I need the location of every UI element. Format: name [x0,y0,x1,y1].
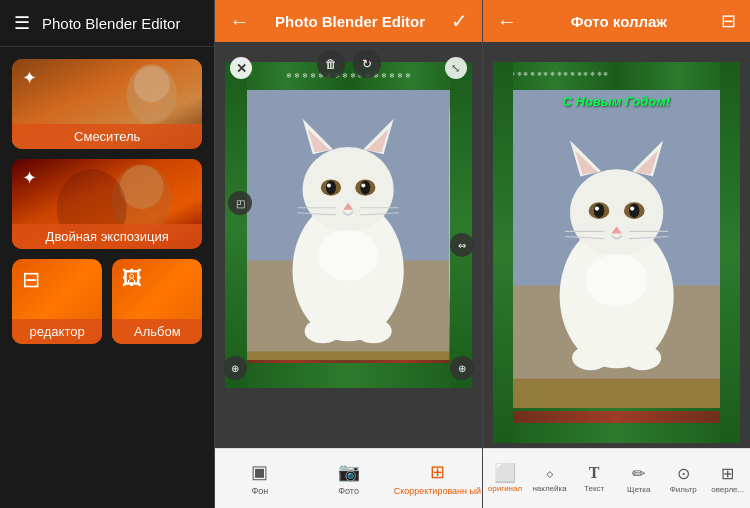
original-icon: ⬜ [496,464,514,482]
tool-brush[interactable]: ✏ Щетка [616,464,661,494]
nakladka-icon: ⬦ [545,464,555,482]
menu-card-editor[interactable]: ⊟ редактор [12,259,102,344]
original-label: оригинал [488,484,522,493]
frame-left [225,62,247,388]
photo-icon: 📷 [338,461,360,483]
mixer-icon: ✦ [22,67,37,89]
double-icon: ✦ [22,167,37,189]
editor-icon: ⊟ [22,267,40,293]
right-panel: ← Фото коллаж ⊟ ❄ ❄ ❄ ❄ ❄ ❄ ❄ ❄ ❄ ❄ ❄ ❄ … [483,0,750,508]
middle-header: ← Photo Blender Editor ✓ [215,0,481,42]
svg-point-40 [594,203,604,218]
tool-fon[interactable]: ▣ Фон [215,461,304,496]
svg-point-5 [120,165,164,209]
right-back-button[interactable]: ← [497,10,517,33]
resize-corner-btn[interactable]: ⤡ [445,57,467,79]
album-label: Альбом [112,319,202,344]
cat-svg [247,90,449,360]
middle-back-button[interactable]: ← [229,10,249,33]
svg-rect-29 [247,351,449,360]
tool-filter[interactable]: ⊙ Фильтр [661,464,706,494]
svg-point-16 [356,179,376,195]
svg-point-9 [293,200,404,342]
zoom-out-btn[interactable]: ⊕ [450,356,474,380]
cat-photo-area [247,90,449,360]
middle-header-title: Photo Blender Editor [275,13,425,30]
svg-marker-11 [303,119,333,154]
svg-point-33 [570,169,663,256]
svg-point-2 [134,66,170,102]
right-frame-bottom [493,408,740,443]
overlay-icon: ⊞ [721,464,734,483]
zoom-btn[interactable]: ⊕ [223,356,247,380]
right-frame-right [720,62,740,443]
tool-photo[interactable]: 📷 Фото [304,461,393,496]
svg-marker-21 [344,203,354,210]
svg-point-20 [362,184,366,188]
svg-point-18 [361,180,371,194]
filter-label: Фильтр [670,485,697,494]
tool-corrected[interactable]: ⊞ Скорректированн ый [393,461,482,496]
filter-icon: ⊙ [677,464,690,483]
right-berries [503,411,730,423]
close-corner-btn[interactable]: ✕ [230,57,252,79]
right-cat-svg [513,90,720,408]
brush-label: Щетка [627,485,650,494]
svg-rect-52 [513,379,720,408]
menu-card-double[interactable]: ✦ Двойная экспозиция [12,159,202,249]
tool-nakladka[interactable]: ⬦ наклейка [527,464,572,493]
menu-card-album[interactable]: 🖼 Альбом [112,259,202,344]
right-header-title: Фото коллаж [571,13,667,30]
svg-point-28 [356,319,392,343]
right-canvas: ❄ ❄ ❄ ❄ ❄ ❄ ❄ ❄ ❄ ❄ ❄ ❄ ❄ ❄ ❄ ❄ ❄ [483,42,750,448]
svg-point-17 [326,180,336,194]
bottom-cards: ⊟ редактор 🖼 Альбом [12,259,202,344]
svg-point-27 [305,319,341,343]
left-header: ☰ Photo Blender Editor [0,0,214,47]
tool-original[interactable]: ⬜ оригинал [483,464,528,493]
tool-text[interactable]: T Текст [572,464,617,493]
rotate-float-btn[interactable]: ↻ [353,50,381,78]
double-label: Двойная экспозиция [12,224,202,249]
svg-point-51 [624,345,661,370]
right-menu-icon[interactable]: ⊟ [721,10,736,32]
right-frame-top: ❄ ❄ ❄ ❄ ❄ ❄ ❄ ❄ ❄ ❄ ❄ ❄ ❄ ❄ ❄ ❄ ❄ [493,62,740,90]
svg-rect-8 [247,90,449,260]
frame-inner: ❄ ❄ ❄ ❄ ❄ ❄ ❄ ❄ ❄ ❄ ❄ ❄ ❄ ❄ ❄ ❄ [225,62,471,388]
overlay-label: оверле... [711,485,744,494]
new-year-text: С Новым Годом! [515,94,718,109]
corrected-label: Скорректированн ый [394,486,481,496]
svg-point-10 [303,147,394,232]
right-frame-left [493,62,513,443]
svg-point-26 [318,230,379,281]
red-berries [240,343,456,363]
middle-check-button[interactable]: ✓ [451,9,468,33]
svg-point-15 [321,179,341,195]
middle-panel: ← Photo Blender Editor ✓ 🗑 ↻ ✕ ⤡ ❄ ❄ ❄ ❄… [215,0,481,508]
brush-icon: ✏ [632,464,645,483]
svg-marker-12 [364,119,394,154]
svg-point-50 [572,345,609,370]
svg-line-25 [361,213,399,215]
svg-marker-14 [367,129,389,152]
right-bottom-toolbar: ⬜ оригинал ⬦ наклейка T Текст ✏ Щетка ⊙ … [483,448,750,508]
float-right-toolbar: ⇔ [450,233,474,257]
svg-rect-7 [247,90,449,360]
text-label: Текст [584,484,604,493]
layers-btn[interactable]: ◰ [228,191,252,215]
menu-card-mixer[interactable]: ✦ Смеситель [12,59,202,149]
tool-overlay[interactable]: ⊞ оверле... [705,464,750,494]
hamburger-icon[interactable]: ☰ [14,12,30,34]
text-icon: T [589,464,600,482]
right-header: ← Фото коллаж ⊟ [483,0,750,42]
photo-label: Фото [338,486,359,496]
svg-point-49 [585,254,647,306]
svg-point-19 [327,184,331,188]
svg-point-42 [595,207,599,211]
delete-float-btn[interactable]: 🗑 [317,50,345,78]
xmas-frame: ❄ ❄ ❄ ❄ ❄ ❄ ❄ ❄ ❄ ❄ ❄ ❄ ❄ ❄ ❄ ❄ [225,62,471,388]
left-content: ✦ Смеситель [0,47,214,508]
flip-h-btn[interactable]: ⇔ [450,233,474,257]
svg-point-43 [630,207,634,211]
frame-bottom [225,360,471,388]
